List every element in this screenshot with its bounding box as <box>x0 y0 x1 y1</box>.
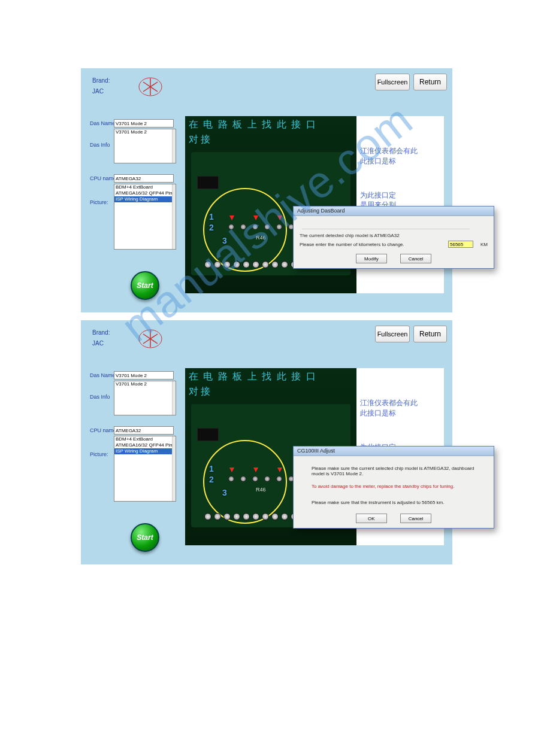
arrow-down-icon <box>253 215 258 220</box>
solder-pad-icon <box>276 224 282 230</box>
fullscreen-button[interactable]: Fullscreen <box>375 74 410 90</box>
dialog-title: Adjusting DasBoard <box>294 207 494 216</box>
scrollbar[interactable] <box>172 381 176 415</box>
start-button[interactable]: Start <box>131 271 159 300</box>
cancel-button[interactable]: Cancel <box>400 254 431 263</box>
component-label: R46 <box>256 487 266 493</box>
solder-pad-icon <box>276 476 282 482</box>
num-label: 1 <box>209 212 214 221</box>
cg100-adjust-dialog: CG100III Adjust Please make sure the cur… <box>293 446 494 529</box>
dialog-text: Please enter the number of kilometers to… <box>300 242 445 247</box>
header: Brand: JAC Fullscreen Return <box>81 321 452 357</box>
component-label: R46 <box>256 235 266 241</box>
solder-pad-icon <box>264 224 270 230</box>
num-label: 3 <box>222 236 227 245</box>
dialog-text: The current detected chip model is ATMEG… <box>300 233 488 238</box>
pcb-subheading: 对 接 <box>185 133 356 146</box>
side-note-block: 江淮仪表都会有此 此接口是标 <box>360 146 442 166</box>
arrow-down-icon <box>277 467 282 472</box>
brand-label: Brand: <box>92 329 110 336</box>
list-item[interactable]: BDM+4 ExtBoard <box>114 436 176 442</box>
fullscreen-button[interactable]: Fullscreen <box>375 326 410 342</box>
scrollbar[interactable] <box>172 436 176 501</box>
app-window-2: Brand: JAC Fullscreen Return Das Name Da… <box>81 320 452 564</box>
solder-pad-icon <box>240 224 246 230</box>
cpu-name-label: CPU name <box>90 427 116 433</box>
side-note-block: 江淮仪表都会有此 此接口是标 <box>360 398 442 418</box>
list-item[interactable]: ATMEGA16/32 QFP44 Pin diagram <box>114 442 176 448</box>
list-item[interactable]: V3701 Mode 2 <box>114 381 176 387</box>
blank-field <box>302 223 470 229</box>
das-name-input[interactable] <box>114 119 174 127</box>
das-info-label: Das Info <box>90 394 110 400</box>
kilometers-input[interactable] <box>448 241 473 248</box>
km-unit-label: KM <box>480 242 488 247</box>
das-name-label: Das Name <box>90 372 116 378</box>
cancel-button[interactable]: Cancel <box>400 514 431 523</box>
picture-label: Picture: <box>90 451 108 457</box>
list-item[interactable]: BDM+4 ExtBoard <box>114 184 176 190</box>
pcb-subheading: 对 接 <box>185 385 356 398</box>
app-window-1: Brand: JAC Fullscreen Return Das Name Da… <box>81 68 452 312</box>
highlight-circle-icon <box>203 188 287 272</box>
arrow-down-icon <box>277 215 282 220</box>
das-info-listbox[interactable]: V3701 Mode 2 <box>114 129 176 163</box>
dialog-body: The current detected chip model is ATMEG… <box>294 216 494 268</box>
list-item[interactable]: V3701 Mode 2 <box>114 129 176 135</box>
highlight-circle-icon <box>203 440 287 524</box>
main-area: 在 电 路 板 上 找 此 接 口 对 接 1 2 3 R46 R89 <box>185 116 445 294</box>
brand-logo-star-icon <box>135 327 165 351</box>
cpu-name-label: CPU name <box>90 175 116 181</box>
solder-pad-icon <box>228 224 234 230</box>
das-name-label: Das Name <box>90 120 116 126</box>
return-button[interactable]: Return <box>413 326 447 342</box>
arrow-down-icon <box>229 467 234 472</box>
num-label: 1 <box>209 464 214 473</box>
main-area: 在 电 路 板 上 找 此 接 口 对 接 1 2 3 R46 R89 <box>185 368 445 546</box>
dialog-warning-text: To avoid damage to the meter, replace th… <box>300 481 488 491</box>
chip-icon <box>197 428 219 441</box>
solder-pad-icon <box>252 224 258 230</box>
solder-pad-icon <box>264 476 270 482</box>
arrow-down-icon <box>253 467 258 472</box>
das-info-label: Das Info <box>90 142 110 148</box>
das-info-listbox[interactable]: V3701 Mode 2 <box>114 381 176 415</box>
list-item[interactable]: ATMEGA16/32 QFP44 Pin diagram <box>114 190 176 196</box>
num-label: 2 <box>209 475 214 484</box>
list-item[interactable]: ISP Wiring Diagram <box>114 448 176 454</box>
solder-pad-icon <box>240 476 246 482</box>
brand-label: Brand: <box>92 77 110 84</box>
num-label: 2 <box>209 223 214 232</box>
pcb-heading: 在 电 路 板 上 找 此 接 口 <box>185 116 356 133</box>
scrollbar[interactable] <box>172 184 176 249</box>
cpu-name-input[interactable] <box>114 426 174 435</box>
dialog-title: CG100III Adjust <box>294 447 494 456</box>
dialog-text: Please make sure that the instrument is … <box>300 494 488 508</box>
dialog-text: Please make sure the current selected ch… <box>300 463 488 479</box>
das-name-input[interactable] <box>114 371 174 379</box>
list-item[interactable]: ISP Wiring Diagram <box>114 196 176 202</box>
start-button[interactable]: Start <box>131 523 159 552</box>
picture-listbox[interactable]: BDM+4 ExtBoard ATMEGA16/32 QFP44 Pin dia… <box>114 184 176 250</box>
scrollbar[interactable] <box>172 129 176 163</box>
chip-icon <box>197 176 219 189</box>
picture-label: Picture: <box>90 199 108 205</box>
picture-listbox[interactable]: BDM+4 ExtBoard ATMEGA16/32 QFP44 Pin dia… <box>114 436 176 502</box>
ok-button[interactable]: OK <box>356 514 387 523</box>
modify-button[interactable]: Modify <box>356 254 387 263</box>
brand-name: JAC <box>92 88 104 95</box>
solder-pad-icon <box>228 476 234 482</box>
dialog-body: Please make sure the current selected ch… <box>294 456 494 528</box>
return-button[interactable]: Return <box>413 74 447 90</box>
solder-pad-icon <box>252 476 258 482</box>
brand-logo-star-icon <box>135 75 165 99</box>
adjusting-dasboard-dialog: Adjusting DasBoard The current detected … <box>293 206 494 269</box>
num-label: 3 <box>222 488 227 497</box>
cpu-name-input[interactable] <box>114 174 174 183</box>
pcb-heading: 在 电 路 板 上 找 此 接 口 <box>185 368 356 385</box>
header: Brand: JAC Fullscreen Return <box>81 69 452 105</box>
brand-name: JAC <box>92 340 104 347</box>
arrow-down-icon <box>229 215 234 220</box>
